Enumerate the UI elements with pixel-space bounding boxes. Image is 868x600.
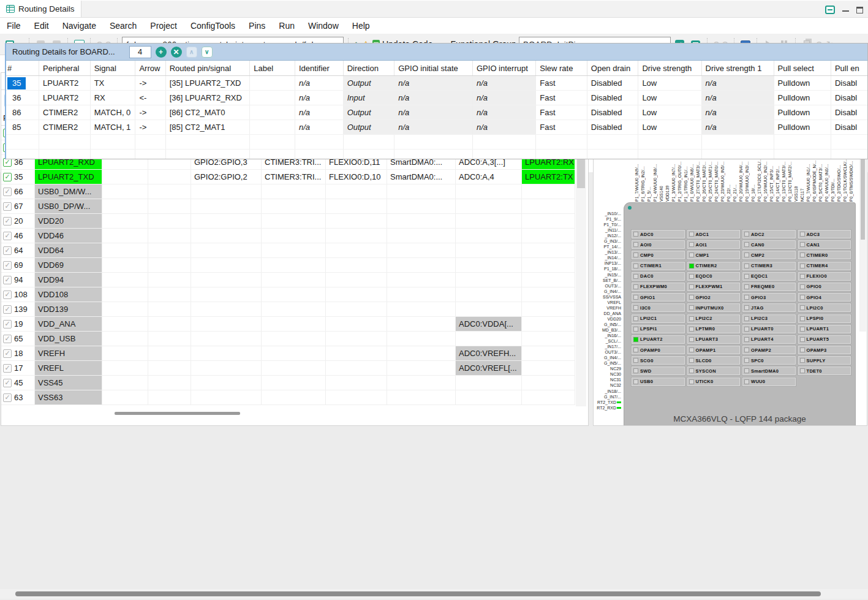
row-number-cell[interactable]: 35 (6, 76, 39, 90)
label-cell[interactable] (102, 302, 148, 316)
identifier-cell[interactable] (148, 243, 191, 257)
drive-strength-cell[interactable]: Low (638, 105, 701, 120)
smartdma-cell[interactable]: SmartDMA0:... (387, 170, 456, 184)
lpuart-cell[interactable] (522, 243, 575, 257)
column-header[interactable]: Open drain (587, 61, 639, 75)
peripheral-box[interactable]: GPIO3 (742, 293, 796, 302)
column-header[interactable]: GPIO initial state (394, 61, 473, 75)
identifier-cell[interactable] (148, 376, 191, 390)
adc-cell[interactable] (456, 258, 522, 272)
peripheral-box[interactable]: LPUART2 (632, 335, 685, 344)
peripheral-box[interactable]: SCG0 (632, 356, 685, 365)
table-row[interactable]: 67 USB0_DP/W... (1, 199, 575, 214)
pin-name-cell[interactable]: LPUART2_TXD (35, 170, 102, 184)
open-drain-cell[interactable]: Disabled (587, 120, 639, 134)
pin-cell[interactable]: 139 (1, 302, 35, 316)
pin-cell[interactable]: 69 (1, 258, 35, 272)
pull-enable-cell[interactable]: Disabl (831, 76, 867, 90)
label-cell[interactable] (250, 120, 295, 134)
peripheral-box[interactable]: LPI2C0 (798, 303, 851, 312)
routed-pin-cell[interactable]: [85] CT2_MAT1 (166, 120, 251, 134)
lpuart-cell[interactable] (522, 346, 575, 360)
label-cell[interactable] (250, 105, 295, 120)
ctimer-cell[interactable] (262, 361, 326, 375)
gpio-initial-state-cell[interactable]: n/a (394, 120, 473, 134)
identifier-cell[interactable]: n/a (295, 120, 344, 134)
pin-name-cell[interactable]: VDD69 (35, 258, 102, 272)
pull-enable-cell[interactable]: Disabl (831, 105, 867, 120)
peripheral-cell[interactable]: LPUART2 (39, 76, 91, 90)
menu-item[interactable]: File (0, 17, 28, 34)
label-cell[interactable] (102, 332, 148, 346)
smartdma-cell[interactable] (387, 258, 456, 272)
adc-cell[interactable]: ADC0:A,4 (456, 170, 522, 184)
gpio-cell[interactable] (191, 390, 262, 404)
ctimer-cell[interactable] (262, 346, 326, 360)
lpuart-cell[interactable] (522, 214, 575, 228)
ctimer-cell[interactable] (262, 199, 326, 213)
label-cell[interactable] (102, 346, 148, 360)
ctimer-cell[interactable] (262, 302, 326, 316)
routed-pin-cell[interactable]: [36] LPUART2_RXD (166, 91, 251, 105)
direction-cell[interactable]: Output (344, 120, 395, 134)
gpio-cell[interactable] (191, 258, 262, 272)
peripheral-box[interactable]: CAN0 (742, 240, 796, 249)
identifier-cell[interactable] (148, 199, 191, 213)
menu-item[interactable]: Search (103, 17, 143, 34)
pin-cell[interactable]: 46 (1, 229, 35, 243)
peripheral-box[interactable]: LPUART5 (798, 335, 851, 344)
peripheral-box[interactable]: LPI2C1 (632, 314, 685, 323)
signal-cell[interactable]: MATCH, 0 (91, 105, 136, 120)
lpuart-cell[interactable] (522, 332, 575, 346)
flexio-cell[interactable] (326, 243, 387, 257)
lpuart-cell[interactable] (522, 273, 575, 287)
slew-rate-cell[interactable]: Fast (536, 76, 587, 90)
column-header[interactable]: Direction (344, 61, 395, 75)
smartdma-cell[interactable] (387, 361, 456, 375)
peripheral-box[interactable]: LPUART0 (742, 325, 796, 333)
ctimer-cell[interactable] (262, 332, 326, 346)
pin-cell[interactable]: 65 (1, 332, 35, 346)
pin-cell[interactable]: 18 (1, 346, 35, 360)
pin-checkbox[interactable] (3, 335, 12, 343)
package-pin-label[interactable]: _IN17/... (595, 344, 623, 349)
peripheral-box[interactable]: SmartDMA0 (742, 366, 796, 375)
flexio-cell[interactable] (326, 346, 387, 360)
column-header[interactable]: Slew rate (536, 61, 587, 75)
adc-cell[interactable] (456, 302, 522, 316)
peripheral-box[interactable]: LPI2C2 (687, 314, 741, 323)
peripheral-box[interactable]: SWD (632, 366, 685, 375)
routed-pin-cell[interactable]: [35] LPUART2_TXD (166, 76, 251, 90)
ctimer-cell[interactable] (262, 229, 326, 243)
peripheral-box[interactable]: LPUART3 (687, 335, 741, 344)
pin-cell[interactable]: 66 (1, 184, 35, 199)
pin-cell[interactable]: 67 (1, 199, 35, 213)
pin-checkbox[interactable] (3, 246, 12, 255)
package-pin-label[interactable]: NC29 (595, 366, 623, 371)
open-drain-cell[interactable]: Disabled (587, 76, 639, 90)
ctimer-cell[interactable] (262, 184, 326, 199)
adc-cell[interactable] (456, 332, 522, 346)
row-count-spinner[interactable]: 4 (129, 46, 151, 58)
gpio-cell[interactable] (191, 317, 262, 331)
peripheral-box[interactable]: SLCD0 (687, 356, 741, 365)
peripheral-box[interactable]: LPUART1 (798, 325, 851, 333)
signal-cell[interactable]: MATCH, 1 (91, 120, 136, 134)
add-row-button[interactable]: + (156, 47, 167, 58)
gpio-initial-state-cell[interactable]: n/a (394, 105, 473, 120)
table-row[interactable]: 19 VDD_ANA ADC0:VDDA[... (1, 317, 575, 332)
tab-routing-details[interactable]: Routing Details (0, 1, 81, 17)
gpio-cell[interactable]: GPIO2:GPIO,2 (191, 170, 262, 184)
gpio-cell[interactable] (191, 332, 262, 346)
table-row[interactable]: 63 VSS63 (1, 390, 575, 405)
smartdma-cell[interactable] (387, 214, 456, 228)
gpio-cell[interactable] (191, 199, 262, 213)
peripheral-box[interactable]: INPUTMUX0 (687, 303, 741, 312)
label-cell[interactable] (102, 317, 148, 331)
pin-cell[interactable]: 45 (1, 376, 35, 390)
peripheral-box[interactable]: CTIMER0 (798, 251, 851, 259)
row-number-cell[interactable]: 36 (6, 91, 39, 105)
scrollbar-thumb[interactable] (15, 591, 821, 596)
table-row[interactable]: 18 VREFH ADC0:VREFH... (1, 346, 575, 361)
package-pin-label[interactable]: RT2_TXD (595, 400, 623, 405)
